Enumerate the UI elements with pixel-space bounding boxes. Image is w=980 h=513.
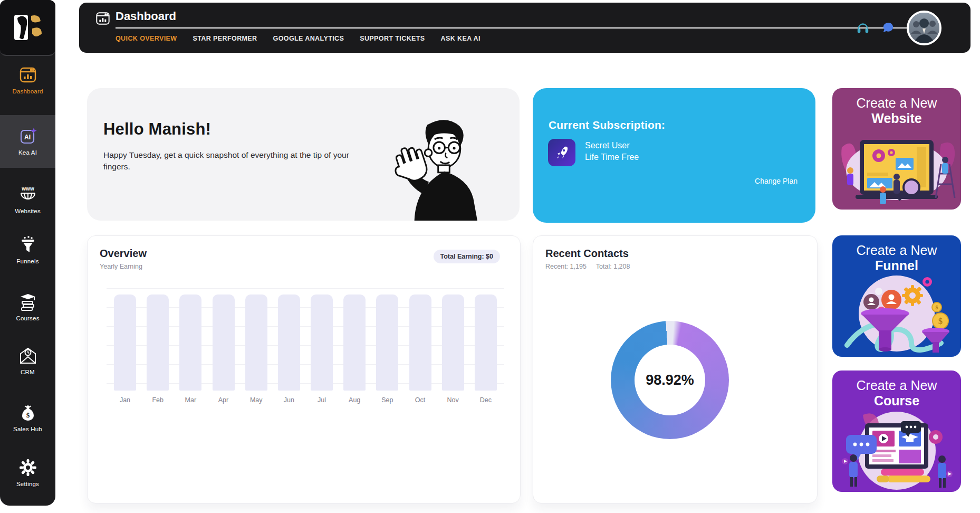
promo-line1: Create a New	[832, 243, 961, 258]
sidebar-item-kea-ai[interactable]: AI Kea AI	[0, 115, 55, 168]
sidebar-item-crm[interactable]: CRM	[0, 343, 55, 384]
tab-star-performer[interactable]: STAR PERFORMER	[193, 33, 257, 44]
contacts-donut-chart: 98.92%	[611, 321, 729, 439]
sidebar-item-settings[interactable]: Settings	[0, 455, 55, 496]
contacts-recent: Recent: 1,195	[545, 263, 587, 270]
create-funnel-card[interactable]: Create a New Funnel	[832, 235, 961, 357]
svg-text:AI: AI	[24, 134, 31, 141]
bar	[409, 294, 431, 391]
bar-month-label: Jul	[318, 396, 326, 404]
overview-subtitle: Yearly Earning	[100, 263, 142, 270]
plan-badge	[548, 139, 575, 166]
subscription-card: Current Subscription: Secret User Life T…	[533, 88, 815, 223]
sidebar-item-label: Websites	[15, 208, 41, 214]
promo-line2: Course	[832, 393, 961, 408]
bar	[442, 294, 464, 391]
sidebar-item-funnels[interactable]: Funnels	[0, 232, 55, 274]
svg-text:www: www	[21, 186, 34, 192]
tab-ask-kea-ai[interactable]: ASK KEA AI	[441, 33, 481, 44]
subscription-title: Current Subscription:	[549, 119, 665, 131]
bar-month-label: Jan	[120, 396, 130, 404]
svg-text:$: $	[938, 317, 943, 326]
sidebar-item-label: Dashboard	[12, 88, 43, 94]
rocket-icon	[554, 145, 570, 160]
bar-column: Jul	[311, 294, 333, 404]
waving-man-illustration	[378, 111, 482, 221]
sidebar-item-label: Settings	[16, 481, 39, 487]
kea-logo-icon	[11, 11, 45, 44]
bar-month-label: Mar	[185, 396, 197, 404]
sidebar-item-label: Courses	[16, 315, 39, 321]
tab-google-analytics[interactable]: GOOGLE ANALYTICS	[273, 33, 344, 44]
avatar[interactable]	[907, 11, 941, 45]
sidebar-item-websites[interactable]: www Websites	[0, 182, 55, 222]
svg-text:$: $	[26, 411, 30, 419]
bar-column: Sep	[376, 294, 398, 404]
bar	[179, 294, 201, 391]
sales-hub-icon: $	[18, 403, 37, 422]
bar-column: May	[245, 294, 267, 404]
sidebar-item-dashboard[interactable]: Dashboard	[0, 62, 55, 111]
courses-icon	[18, 292, 37, 311]
avatar-photo	[909, 13, 939, 43]
greeting-title: Hello Manish!	[103, 120, 211, 139]
bar	[278, 294, 300, 391]
tab-quick-overview[interactable]: QUICK OVERVIEW	[116, 33, 177, 44]
promo-line1: Create a New	[832, 96, 961, 111]
bar	[475, 294, 497, 391]
app-logo[interactable]	[0, 0, 55, 56]
headphones-icon[interactable]	[856, 21, 870, 35]
tab-support-tickets[interactable]: SUPPORT TICKETS	[360, 33, 425, 44]
donut-percentage: 98.92%	[646, 372, 694, 388]
bar	[343, 294, 366, 391]
funnel-illustration: $ $	[832, 272, 961, 357]
change-plan-link[interactable]: Change Plan	[755, 177, 798, 185]
recent-contacts-card: Recent Contacts Recent: 1,195 Total: 1,2…	[533, 235, 818, 504]
bar-month-label: Sep	[381, 396, 393, 404]
bar-column: Oct	[409, 294, 431, 404]
course-illustration	[832, 407, 961, 492]
promo-line2: Website	[832, 111, 961, 126]
page-title: Dashboard	[116, 10, 176, 23]
sidebar-item-label: Sales Hub	[13, 426, 42, 432]
header-actions	[856, 3, 941, 53]
greeting-subtitle: Happy Tuesday, get a quick snapshot of e…	[103, 149, 362, 173]
create-course-card[interactable]: Create a New Course	[832, 370, 961, 492]
sidebar-item-label: CRM	[21, 369, 35, 375]
sidebar-item-label: Kea AI	[18, 149, 37, 156]
bar-column: Aug	[343, 294, 366, 404]
bar-column: Jan	[114, 294, 136, 404]
website-illustration	[832, 126, 961, 210]
funnels-icon	[18, 235, 37, 254]
yearly-earning-bar-chart: JanFebMarAprMayJunJulAugSepOctNovDec	[114, 288, 497, 420]
bar	[376, 294, 398, 391]
plan-type: Life Time Free	[585, 153, 639, 162]
greeting-card: Hello Manish! Happy Tuesday, get a quick…	[87, 88, 520, 221]
bar-column: Apr	[213, 294, 235, 404]
bar-group: JanFebMarAprMayJunJulAugSepOctNovDec	[114, 294, 497, 404]
sidebar-item-sales-hub[interactable]: $ Sales Hub	[0, 400, 55, 440]
promo-line1: Create a New	[832, 378, 961, 393]
svg-text:$: $	[936, 305, 938, 310]
sidebar-item-courses[interactable]: Courses	[0, 289, 55, 330]
bar-month-label: Apr	[218, 396, 228, 404]
bar-month-label: Aug	[349, 396, 360, 404]
donut-hole: 98.92%	[635, 345, 705, 415]
bar	[245, 294, 267, 391]
bar-column: Mar	[179, 294, 201, 404]
bar-column: Jun	[278, 294, 300, 404]
create-website-card[interactable]: Create a New Website	[832, 88, 961, 210]
bar-month-label: Dec	[480, 396, 492, 404]
bar-month-label: Jun	[284, 396, 294, 404]
dashboard-header-icon	[95, 11, 111, 26]
settings-icon	[18, 458, 37, 477]
crm-icon	[18, 346, 37, 365]
dashboard-page: Dashboard AI Kea AI www Websites	[0, 0, 980, 513]
contacts-title: Recent Contacts	[545, 248, 629, 260]
contacts-stats: Recent: 1,195 Total: 1,208	[545, 263, 630, 270]
bar-month-label: May	[250, 396, 263, 404]
chat-icon[interactable]	[881, 21, 895, 35]
plan-name: Secret User	[585, 141, 629, 150]
bar-month-label: Oct	[415, 396, 425, 404]
header-tabs: QUICK OVERVIEW STAR PERFORMER GOOGLE ANA…	[116, 33, 481, 44]
